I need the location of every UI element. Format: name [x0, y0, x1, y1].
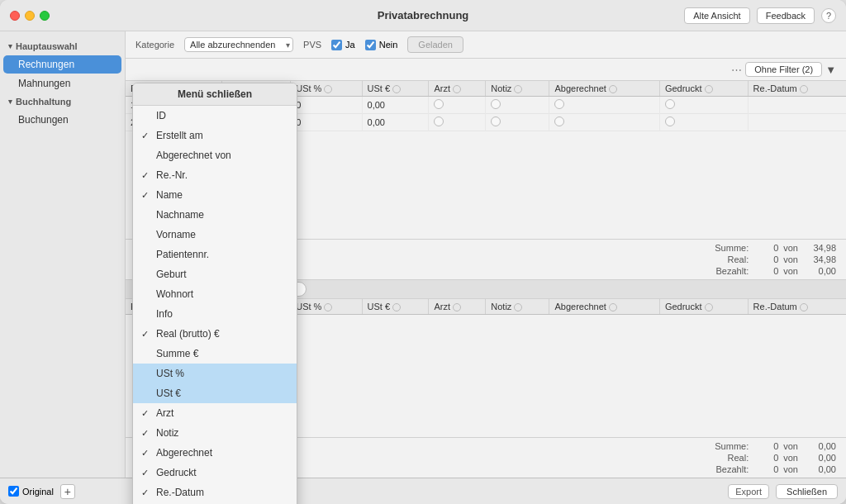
real-total: 34,98: [803, 254, 836, 264]
feedback-button[interactable]: Feedback: [757, 7, 815, 24]
cell-ust-eur: 0,00: [362, 114, 429, 131]
check-icon: ✓: [141, 468, 149, 478]
ja-checkbox-label[interactable]: Ja: [331, 40, 355, 50]
chevron-icon: ▾: [8, 42, 12, 50]
dropdown-item[interactable]: ✓Notiz: [133, 423, 297, 443]
bottom-bar: Original + Export Schließen: [0, 478, 846, 504]
cell-gedruckt: [659, 114, 748, 131]
col-notiz[interactable]: Notiz: [486, 81, 549, 97]
dropdown-item[interactable]: ✓Abgerechnet: [133, 443, 297, 463]
dropdown-item[interactable]: Abgerechnet von: [133, 145, 297, 165]
bcol-ust-eur[interactable]: USt €: [362, 299, 429, 315]
col-ust-eur[interactable]: USt €: [362, 81, 429, 97]
export-button[interactable]: Export: [728, 484, 769, 499]
cell-re-datum: [748, 97, 846, 114]
maximize-button[interactable]: [40, 11, 50, 21]
nein-checkbox-label[interactable]: Nein: [365, 40, 398, 50]
close-button[interactable]: [10, 11, 20, 21]
bcol-gedruckt[interactable]: Gedruckt: [659, 299, 748, 315]
help-button[interactable]: ?: [821, 8, 836, 23]
dropdown-menu: Menü schließen ID✓Erstellt amAbgerechnet…: [132, 83, 297, 504]
kategorie-select[interactable]: Alle abzurechnenden: [184, 37, 293, 52]
ellipsis-icon[interactable]: ⋯: [731, 64, 742, 76]
dropdown-item[interactable]: ✓Re.-Nr.: [133, 165, 297, 185]
minimize-button[interactable]: [25, 11, 35, 21]
sidebar-item-label: Mahnungen: [18, 78, 70, 89]
col-ust-pct[interactable]: USt %: [291, 81, 362, 97]
summe-of: von: [783, 243, 798, 253]
dropdown-item[interactable]: Summe €: [133, 344, 297, 364]
check-icon: ✓: [141, 408, 149, 419]
check-icon: ✓: [141, 131, 149, 141]
dropdown-item[interactable]: Patientennr.: [133, 245, 297, 264]
kategorie-select-wrapper[interactable]: Alle abzurechnenden: [184, 37, 293, 52]
add-button[interactable]: +: [60, 484, 75, 499]
sidebar-item-label: Rechnungen: [18, 59, 74, 70]
check-icon: ✓: [141, 329, 149, 340]
sidebar-item-buchungen[interactable]: Buchungen: [3, 111, 121, 129]
schliessen-button[interactable]: Schließen: [776, 484, 838, 499]
dropdown-item[interactable]: Nachname: [133, 205, 297, 225]
col-gedruckt[interactable]: Gedruckt: [659, 81, 748, 97]
bcol-re-datum[interactable]: Re.-Datum: [748, 299, 846, 315]
dropdown-item[interactable]: ✓Arzt: [133, 403, 297, 423]
real-of: von: [783, 254, 798, 264]
sidebar-item-label: Buchungen: [18, 114, 69, 126]
nein-checkbox[interactable]: [365, 40, 376, 50]
cell-notiz: [486, 97, 549, 114]
bottom-summary-right: Summe: 0 von 0,00 Real: 0 von 0,00: [715, 441, 836, 474]
traffic-lights: [10, 11, 50, 21]
bcol-abgerechnet[interactable]: Abgerechnet: [549, 299, 659, 315]
chevron-icon: ▾: [8, 97, 12, 106]
geladen-button[interactable]: Geladen: [407, 36, 463, 53]
col-arzt[interactable]: Arzt: [429, 81, 486, 97]
dropdown-item[interactable]: ✓Name: [133, 185, 297, 205]
real-label: Real:: [728, 254, 749, 264]
bezahlt-total: 0,00: [803, 266, 836, 276]
dropdown-item[interactable]: USt %: [133, 364, 297, 383]
bcol-arzt[interactable]: Arzt: [429, 299, 486, 315]
summe-val: 0: [753, 243, 778, 253]
dropdown-item[interactable]: Vorname: [133, 225, 297, 245]
cell-ust-eur: 0,00: [362, 97, 429, 114]
filter-button[interactable]: Ohne Filter (2): [745, 62, 822, 77]
dropdown-item[interactable]: USt €: [133, 383, 297, 403]
alte-ansicht-button[interactable]: Alte Ansicht: [684, 7, 749, 24]
dropdown-item[interactable]: ✓Re.-Datum: [133, 483, 297, 502]
dropdown-header[interactable]: Menü schließen: [133, 83, 297, 106]
filter-icon[interactable]: ▼: [825, 64, 836, 76]
dropdown-item[interactable]: Info: [133, 304, 297, 324]
col-abgerechnet[interactable]: Abgerechnet: [549, 81, 659, 97]
b-bezahlt-label: Bezahlt:: [716, 464, 749, 474]
cell-arzt: [429, 114, 486, 131]
dropdown-item[interactable]: ✓Gedruckt: [133, 463, 297, 483]
cell-gedruckt: [659, 97, 748, 114]
bcol-notiz[interactable]: Notiz: [486, 299, 549, 315]
dropdown-item[interactable]: Wohnort: [133, 284, 297, 304]
original-checkbox-label[interactable]: Original: [8, 486, 54, 497]
b-real-val: 0: [753, 453, 778, 463]
check-icon: ✓: [141, 428, 149, 439]
ja-checkbox[interactable]: [331, 40, 342, 50]
col-re-datum[interactable]: Re.-Datum: [748, 81, 846, 97]
original-checkbox[interactable]: [8, 486, 19, 497]
toolbar: Kategorie Alle abzurechnenden PVS Ja Nei…: [126, 31, 846, 59]
filter-bar: ⋯ Ohne Filter (2) ▼: [126, 59, 846, 81]
bcol-ust-pct[interactable]: USt %: [291, 299, 362, 315]
cell-notiz: [486, 114, 549, 131]
kategorie-label: Kategorie: [135, 40, 174, 50]
dropdown-item[interactable]: ID: [133, 106, 297, 126]
sidebar-section-hauptauswahl[interactable]: ▾ Hauptauswahl: [0, 38, 125, 55]
dropdown-item[interactable]: ✓Real (brutto) €: [133, 324, 297, 344]
hauptauswahl-label: Hauptauswahl: [16, 41, 78, 51]
dropdown-item[interactable]: ✓Erstellt am: [133, 126, 297, 145]
original-label: Original: [22, 487, 54, 497]
check-icon: ✓: [141, 448, 149, 459]
sidebar-section-buchhaltung[interactable]: ▾ Buchhaltung: [0, 93, 125, 110]
cell-ust-pct: 0: [291, 114, 362, 131]
sidebar-item-mahnungen[interactable]: Mahnungen: [3, 74, 121, 93]
cell-ust-pct: 0: [291, 97, 362, 114]
dropdown-item[interactable]: Geburt: [133, 264, 297, 284]
sidebar-item-rechnungen[interactable]: Rechnungen: [3, 55, 121, 74]
bezahlt-val: 0: [753, 266, 778, 276]
